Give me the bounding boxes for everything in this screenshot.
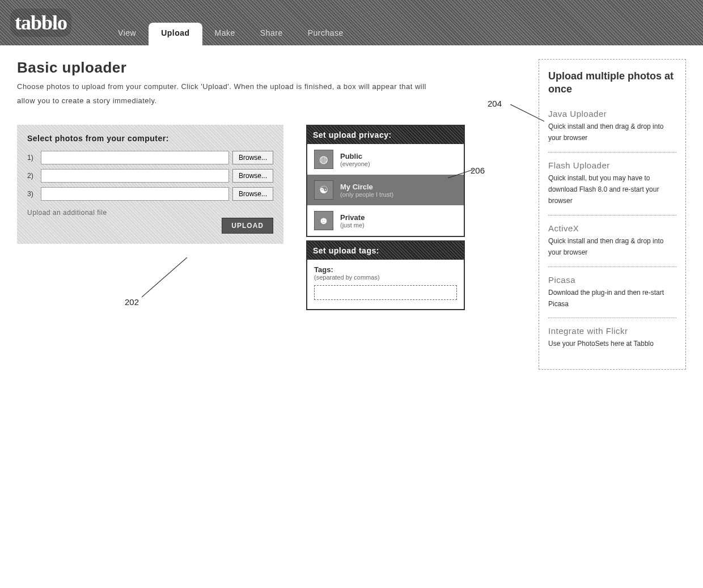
- page-title: Basic uploader: [17, 59, 527, 77]
- nav-tab-make[interactable]: Make: [202, 23, 248, 45]
- file-input-1[interactable]: [41, 151, 229, 164]
- tags-box: Set upload tags: Tags: (separated by com…: [306, 240, 465, 310]
- tags-label: Tags:: [314, 265, 457, 274]
- sidebar-item-desc: Quick install and then drag & drop into …: [548, 121, 676, 144]
- privacy-label: Private: [340, 213, 365, 222]
- file-row-num: 1): [27, 154, 41, 162]
- privacy-heading: Set upload privacy:: [307, 126, 464, 144]
- browse-button-3[interactable]: Browse...: [232, 187, 273, 201]
- file-row-num: 3): [27, 190, 41, 198]
- file-row-num: 2): [27, 172, 41, 180]
- sidebar-item-title[interactable]: Picasa: [548, 275, 676, 285]
- nav-tab-purchase[interactable]: Purchase: [295, 23, 356, 45]
- file-row: 1) Browse...: [27, 151, 273, 164]
- privacy-sub: (everyone): [340, 160, 370, 167]
- nav-tab-upload[interactable]: Upload: [149, 23, 202, 45]
- sidebar-item-title[interactable]: Java Uploader: [548, 109, 676, 119]
- callout-206: 206: [471, 166, 485, 175]
- sidebar-item-title[interactable]: Integrate with Flickr: [548, 326, 676, 336]
- tags-input[interactable]: [314, 285, 457, 300]
- group-icon: ☯: [314, 180, 333, 200]
- sidebar-item-title[interactable]: Flash Uploader: [548, 160, 676, 170]
- privacy-sub: (just me): [340, 222, 365, 229]
- file-row: 3) Browse...: [27, 187, 273, 201]
- page-intro: Choose photos to upload from your comput…: [17, 80, 437, 108]
- add-file-link[interactable]: Upload an additional file: [27, 209, 107, 217]
- main-column: Basic uploader Choose photos to upload f…: [17, 59, 527, 314]
- nav-tab-view[interactable]: View: [105, 23, 149, 45]
- sidebar-item-java: Java Uploader Quick install and then dra…: [548, 109, 676, 153]
- callout-204: 204: [488, 99, 502, 108]
- sidebar: Upload multiple photos at once Java Uplo…: [539, 59, 686, 370]
- sidebar-item-picasa: Picasa Download the plug-in and then re-…: [548, 275, 676, 319]
- sidebar-item-title[interactable]: ActiveX: [548, 223, 676, 233]
- sidebar-item-flickr: Integrate with Flickr Use your PhotoSets…: [548, 326, 676, 357]
- callout-202: 202: [125, 297, 139, 307]
- select-heading: Select photos from your computer:: [27, 134, 273, 143]
- nav-tab-share[interactable]: Share: [248, 23, 295, 45]
- file-row: 2) Browse...: [27, 169, 273, 183]
- globe-icon: ◍: [314, 150, 333, 169]
- privacy-option-public[interactable]: ◍ Public (everyone): [307, 144, 464, 175]
- browse-button-1[interactable]: Browse...: [232, 151, 273, 164]
- nav-tabs: View Upload Make Share Purchase: [105, 0, 356, 45]
- settings-panels: Set upload privacy: ◍ Public (everyone) …: [306, 125, 465, 314]
- sidebar-item-flash: Flash Uploader Quick install, but you ma…: [548, 160, 676, 215]
- browse-button-2[interactable]: Browse...: [232, 169, 273, 183]
- privacy-label: My Circle: [340, 183, 393, 191]
- tags-heading: Set upload tags:: [307, 242, 464, 260]
- sidebar-heading: Upload multiple photos at once: [548, 70, 676, 96]
- logo[interactable]: tabblo: [10, 9, 71, 37]
- sidebar-item-desc: Use your PhotoSets here at Tabblo: [548, 338, 676, 349]
- privacy-option-circle[interactable]: ☯ My Circle (only people I trust): [307, 175, 464, 205]
- sidebar-item-desc: Quick install and then drag & drop into …: [548, 235, 676, 259]
- tags-hint: (separated by commas): [314, 274, 457, 281]
- privacy-label: Public: [340, 152, 370, 160]
- top-bar: tabblo View Upload Make Share Purchase: [0, 0, 703, 45]
- privacy-sub: (only people I trust): [340, 191, 393, 198]
- upload-button[interactable]: UPLOAD: [222, 218, 273, 234]
- sidebar-item-desc: Quick install, but you may have to downl…: [548, 172, 676, 207]
- file-input-3[interactable]: [41, 187, 229, 201]
- sidebar-item-activex: ActiveX Quick install and then drag & dr…: [548, 223, 676, 267]
- person-icon: ☻: [314, 211, 333, 230]
- privacy-box: Set upload privacy: ◍ Public (everyone) …: [306, 125, 465, 237]
- privacy-option-private[interactable]: ☻ Private (just me): [307, 205, 464, 236]
- select-panel: Select photos from your computer: 1) Bro…: [17, 125, 283, 244]
- sidebar-item-desc: Download the plug-in and then re-start P…: [548, 287, 676, 310]
- file-input-2[interactable]: [41, 169, 229, 183]
